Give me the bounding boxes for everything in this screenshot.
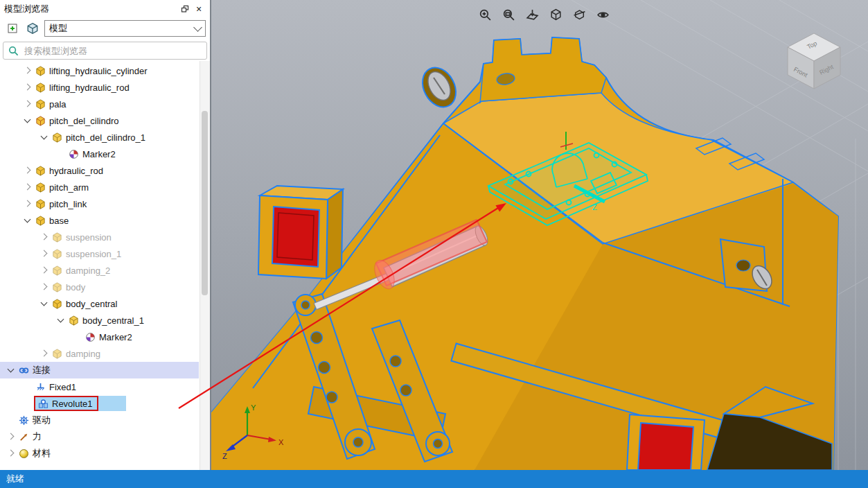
section-view-icon[interactable] <box>571 6 587 24</box>
tree-item-label: damping_2 <box>66 265 110 276</box>
model-scene[interactable]: Z <box>211 0 868 470</box>
tree-item[interactable]: body <box>0 279 199 295</box>
chevron-right-icon[interactable] <box>22 65 34 76</box>
tree-item[interactable]: base <box>0 212 199 229</box>
visibility-icon[interactable] <box>594 6 611 24</box>
iso-view-icon[interactable] <box>547 6 564 24</box>
chevron-down-icon[interactable] <box>39 298 51 309</box>
clip-plane-icon[interactable] <box>524 6 540 24</box>
tree-item-revolute1[interactable]: Revolute1 <box>0 395 199 412</box>
tree-item[interactable]: body_central <box>0 295 199 312</box>
tree-scrollbar[interactable] <box>200 61 210 470</box>
tree-item-label: damping <box>66 349 100 359</box>
chevron-right-icon[interactable] <box>6 448 17 459</box>
tree-item[interactable]: hydraulic_rod <box>0 162 199 179</box>
tree-item[interactable]: lifting_hydraulic_rod <box>0 79 199 96</box>
chevron-down-icon[interactable] <box>22 115 34 126</box>
part-icon <box>35 115 46 126</box>
tree-item-label: 连接 <box>33 364 51 376</box>
tree-item-label: pitch_del_cilindro <box>49 116 118 126</box>
tree-item-label: body_central_1 <box>82 315 144 326</box>
chevron-down-icon[interactable] <box>55 315 67 326</box>
part-icon <box>35 182 46 193</box>
tree-group-connections[interactable]: 连接 <box>0 362 199 378</box>
part-icon <box>51 132 62 143</box>
tree-item-label: suspension_1 <box>66 249 121 259</box>
tree-item-label: suspension <box>66 232 112 243</box>
tree-item-label: Fixed1 <box>49 382 76 392</box>
tree-item-label: Marker2 <box>99 332 132 342</box>
tree-item[interactable]: damping <box>0 345 199 362</box>
tree-item[interactable]: Marker2 <box>0 329 199 345</box>
tree-item[interactable]: suspension <box>0 229 199 245</box>
part-icon <box>35 65 46 76</box>
search-input[interactable] <box>23 45 202 57</box>
model-display-button[interactable] <box>24 20 41 37</box>
chevron-right-icon[interactable] <box>22 198 34 209</box>
material-icon <box>18 448 29 459</box>
top-left-screw[interactable] <box>416 62 462 113</box>
status-bar: 就绪 <box>0 470 868 488</box>
part-icon <box>35 98 46 110</box>
part-icon <box>35 82 46 93</box>
tree-item[interactable]: lifting_hydraulic_cylinder <box>0 62 199 79</box>
viewport-toolbar <box>477 6 611 24</box>
viewport-3d[interactable]: Z Top Front Right Y X <box>211 0 868 470</box>
float-window-icon[interactable] <box>178 3 192 15</box>
chevron-right-icon[interactable] <box>22 98 34 110</box>
selected-item-box[interactable]: Revolute1 <box>34 396 98 411</box>
model-tree: lifting_hydraulic_cylinder lifting_hydra… <box>0 61 210 470</box>
tree-item[interactable]: damping_2 <box>0 262 199 279</box>
tree-item-label: base <box>49 216 69 226</box>
tree-group-drivers[interactable]: 驱动 <box>0 412 199 428</box>
chevron-down-icon[interactable] <box>6 365 17 376</box>
chevron-right-icon[interactable] <box>39 348 51 359</box>
chevron-right-icon[interactable] <box>22 165 34 176</box>
tree-group-forces[interactable]: 力 <box>0 428 199 445</box>
tree-item-label: body <box>66 282 85 293</box>
connections-icon <box>18 365 29 376</box>
chevron-right-icon[interactable] <box>39 232 51 243</box>
tree-item[interactable]: suspension_1 <box>0 245 199 262</box>
chevron-right-icon[interactable] <box>6 431 17 442</box>
tree-item-fixed1[interactable]: Fixed1 <box>0 378 199 395</box>
zoom-in-icon[interactable] <box>477 6 493 24</box>
tree-item[interactable]: pitch_arm <box>0 179 199 195</box>
chevron-down-icon[interactable] <box>39 132 51 143</box>
close-icon[interactable]: × <box>192 3 206 15</box>
coordinate-triad: Y X Z <box>221 401 290 462</box>
chevron-down-icon <box>193 23 202 32</box>
scrollbar-thumb[interactable] <box>202 111 208 295</box>
tree-item[interactable]: pitch_link <box>0 195 199 212</box>
expand-tree-button[interactable] <box>4 20 21 37</box>
tree-item[interactable]: pitch_del_cilindro <box>0 112 199 129</box>
panel-title-bar: 模型浏览器 × <box>0 0 210 18</box>
panel-title: 模型浏览器 <box>4 3 178 15</box>
chevron-right-icon[interactable] <box>39 265 51 276</box>
chevron-down-icon[interactable] <box>22 215 34 226</box>
tree-item-label: lifting_hydraulic_cylinder <box>49 66 148 76</box>
search-box[interactable] <box>3 42 207 60</box>
tree-item[interactable]: pitch_del_cilindro_1 <box>0 129 199 146</box>
chevron-right-icon[interactable] <box>22 182 34 193</box>
triad-x-label: X <box>278 438 284 446</box>
marker-icon <box>85 331 96 342</box>
driver-icon <box>18 415 29 426</box>
tree-item[interactable]: pala <box>0 96 199 112</box>
part-icon <box>51 265 62 276</box>
triad-z-label: Z <box>222 452 227 460</box>
zoom-window-icon[interactable] <box>500 6 517 24</box>
tree-item[interactable]: body_central_1 <box>0 312 199 329</box>
view-cube[interactable]: Top Front Right <box>778 25 850 97</box>
chevron-right-icon[interactable] <box>39 248 51 259</box>
chevron-right-icon[interactable] <box>39 281 51 293</box>
tree-item-label: pala <box>49 99 67 110</box>
part-icon <box>68 315 79 326</box>
tree-group-materials[interactable]: 材料 <box>0 445 199 462</box>
browser-mode-combobox[interactable]: 模型 <box>44 20 206 37</box>
left-reflector[interactable] <box>258 186 343 279</box>
combobox-value: 模型 <box>49 22 195 35</box>
tree-item[interactable]: Marker2 <box>0 146 199 162</box>
chevron-right-icon[interactable] <box>22 82 34 93</box>
part-icon <box>51 298 62 309</box>
